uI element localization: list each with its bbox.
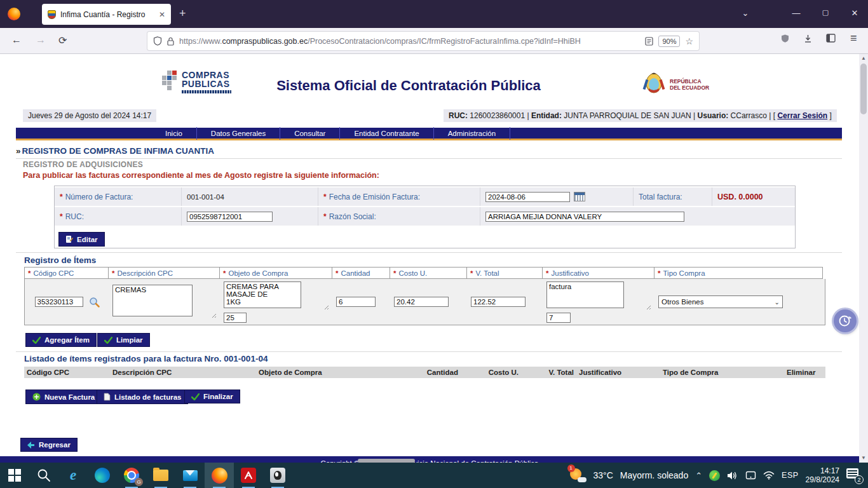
- cpc-lookup-icon[interactable]: [89, 297, 100, 308]
- lock-icon[interactable]: [167, 37, 174, 46]
- razon-social-input[interactable]: [485, 212, 684, 222]
- justificativo-extra-input[interactable]: [546, 313, 571, 323]
- reader-mode-icon[interactable]: [645, 37, 653, 46]
- taskbar-file-explorer[interactable]: [146, 463, 175, 488]
- total-factura-label: Total factura:: [639, 193, 682, 201]
- divider: [16, 252, 842, 253]
- new-tab-button[interactable]: +: [179, 7, 186, 20]
- list-col-vtotal: V. Total: [521, 369, 576, 376]
- resize-grip-icon[interactable]: [210, 312, 216, 318]
- clock-wings-icon: [838, 314, 852, 328]
- vertical-scrollbar[interactable]: [859, 54, 868, 463]
- tab-list-chevron-icon[interactable]: ⌄: [736, 8, 755, 18]
- screen-time-overlay-badge[interactable]: [834, 309, 857, 332]
- firefox-logo-icon: [8, 8, 20, 20]
- v-total-input[interactable]: [471, 297, 526, 307]
- scroll-up-icon[interactable]: ▲: [859, 54, 868, 63]
- weather-icon[interactable]: 1: [569, 467, 587, 484]
- language-indicator[interactable]: ESP: [782, 471, 799, 480]
- col-justificativo: Justificativo: [551, 269, 588, 277]
- scroll-down-icon[interactable]: ▼: [859, 454, 868, 463]
- bookmark-star-icon[interactable]: ☆: [685, 36, 693, 46]
- wifi-icon[interactable]: [763, 471, 775, 480]
- tab-title: Infima Cuantía - Registro: [60, 10, 154, 19]
- taskbar: e G 1 33°C Mayorm. soleado ⌃: [0, 463, 868, 488]
- weather-condition[interactable]: Mayorm. soleado: [620, 470, 688, 480]
- datetime-box: Jueves 29 de Agosto del 2024 14:17: [23, 109, 156, 122]
- costo-u-input[interactable]: [394, 297, 449, 307]
- tracking-shield-icon[interactable]: [153, 36, 162, 46]
- forward-button[interactable]: →: [36, 34, 46, 46]
- calendar-icon[interactable]: [574, 192, 585, 201]
- editar-button[interactable]: Editar: [58, 232, 105, 247]
- taskbar-clock[interactable]: 14:17 29/8/2024: [806, 466, 839, 484]
- sidebar-icon[interactable]: [826, 34, 836, 43]
- tipo-compra-select[interactable]: Otros Bienes ⌄: [658, 295, 783, 308]
- main-nav: Inicio Datos Generales Consultar Entidad…: [16, 128, 842, 140]
- col-cantidad: Cantidad: [341, 269, 370, 277]
- resize-grip-icon[interactable]: [323, 304, 329, 309]
- nav-item-entidad-contratante[interactable]: Entidad Contratante: [340, 127, 433, 140]
- url-text[interactable]: https://www.compraspublicas.gob.ec/Proce…: [179, 37, 640, 46]
- search-button[interactable]: [29, 463, 58, 488]
- total-factura-value: USD. 0.0000: [717, 193, 763, 201]
- volume-icon[interactable]: [727, 471, 738, 480]
- objeto-compra-textarea[interactable]: CREMAS PARA MASAJE DE 1KG: [224, 281, 301, 308]
- maximize-button[interactable]: ▢: [816, 8, 835, 17]
- session-box: RUC: 1260023860001 | Entidad: JUNTA PARR…: [444, 109, 837, 122]
- agregar-item-button[interactable]: Agregar Ítem: [25, 333, 97, 347]
- taskbar-acrobat[interactable]: [234, 463, 263, 488]
- url-bar[interactable]: https://www.compraspublicas.gob.ec/Proce…: [147, 32, 699, 50]
- weather-badge: 1: [567, 464, 575, 472]
- descripcion-textarea[interactable]: CREMAS: [112, 285, 193, 316]
- objeto-extra-input[interactable]: [224, 313, 247, 323]
- extension-icon[interactable]: [780, 34, 790, 43]
- zoom-indicator[interactable]: 90%: [658, 36, 680, 47]
- listado-header-row: Código CPC Descripción CPC Objeto de Com…: [24, 367, 825, 378]
- start-button[interactable]: [0, 463, 29, 488]
- instruction-text: Para publicar las facturas correspondien…: [23, 171, 379, 180]
- numero-factura-label: Número de Factura:: [65, 193, 133, 201]
- ecuador-emblem: REPÚBLICADEL ECUADOR: [642, 71, 709, 98]
- taskbar-ie[interactable]: e: [58, 463, 88, 488]
- list-col-descripcion: Descripción CPC: [110, 369, 256, 376]
- minimize-button[interactable]: —: [787, 8, 806, 18]
- taskbar-mail[interactable]: [175, 463, 205, 488]
- tab-close-icon[interactable]: ✕: [159, 10, 165, 19]
- nav-item-datos-generales[interactable]: Datos Generales: [197, 127, 280, 140]
- reload-button[interactable]: ⟳: [58, 34, 67, 46]
- taskbar-edge[interactable]: [88, 463, 117, 488]
- resize-grip-icon[interactable]: [645, 304, 651, 309]
- notification-center-button[interactable]: 2: [846, 468, 862, 482]
- nav-item-inicio[interactable]: Inicio: [151, 127, 197, 140]
- nav-item-administracion[interactable]: Administración: [434, 127, 510, 140]
- chevron-down-icon: ⌄: [775, 299, 780, 306]
- cantidad-input[interactable]: [336, 297, 376, 307]
- justificativo-textarea[interactable]: factura: [546, 281, 624, 308]
- regresar-button[interactable]: Regresar: [20, 438, 78, 452]
- device-tray-icon[interactable]: [745, 471, 756, 480]
- close-window-button[interactable]: ✕: [845, 8, 864, 18]
- taskbar-firefox[interactable]: [205, 463, 234, 488]
- antivirus-tray-icon[interactable]: [709, 470, 720, 481]
- browser-tab[interactable]: Infima Cuantía - Registro ✕: [42, 4, 171, 25]
- taskbar-recorder-app[interactable]: [263, 463, 292, 488]
- list-col-costo: Costo U.: [461, 369, 521, 376]
- ruc-input[interactable]: [187, 212, 273, 222]
- codigo-cpc-input[interactable]: [35, 297, 83, 307]
- listado-facturas-button[interactable]: Listado de facturas: [97, 390, 188, 404]
- menu-button[interactable]: ≡: [850, 32, 857, 45]
- fecha-emision-input[interactable]: [485, 192, 570, 202]
- temperature[interactable]: 33°C: [593, 470, 613, 480]
- taskbar-chrome[interactable]: G: [117, 463, 146, 488]
- tray-chevron-up-icon[interactable]: ⌃: [695, 471, 702, 480]
- downloads-icon[interactable]: [803, 34, 813, 43]
- scrollbar-thumb[interactable]: [860, 64, 867, 114]
- finalizar-button[interactable]: Finalizar: [184, 390, 240, 403]
- col-v-total: V. Total: [475, 269, 499, 277]
- nav-item-consultar[interactable]: Consultar: [280, 127, 340, 140]
- back-button[interactable]: ←: [11, 34, 22, 46]
- logout-link[interactable]: Cerrar Sesión: [777, 111, 827, 120]
- limpiar-button[interactable]: Limpiar: [97, 333, 150, 347]
- nueva-factura-button[interactable]: Nueva Factura: [25, 390, 102, 404]
